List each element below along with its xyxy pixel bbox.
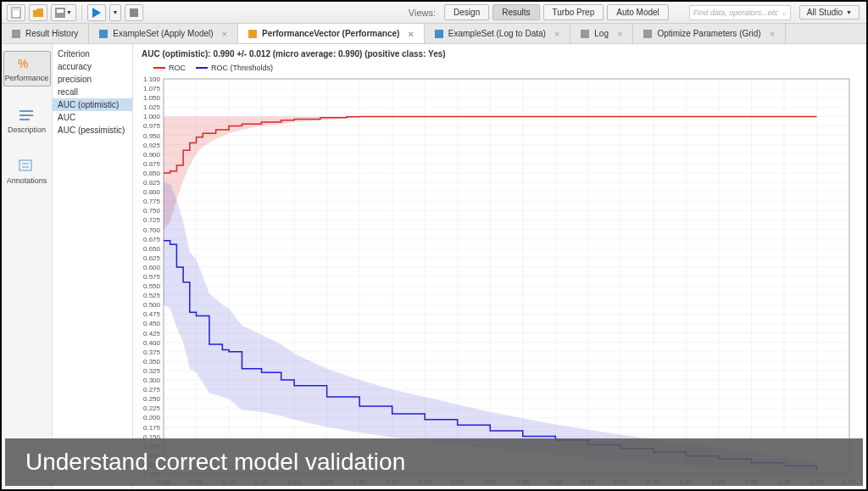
svg-text:0.750: 0.750 xyxy=(143,207,161,215)
sidebar-item-annotations[interactable]: Annotations xyxy=(3,154,51,188)
criterion-item[interactable]: accuracy xyxy=(53,60,132,73)
svg-text:0.650: 0.650 xyxy=(143,245,161,253)
dropdown-label: All Studio xyxy=(807,8,843,17)
svg-text:1.100: 1.100 xyxy=(143,75,161,83)
svg-text:0.900: 0.900 xyxy=(143,151,161,159)
tab-label: ExampleSet (Log to Data) xyxy=(448,29,546,38)
run-button[interactable] xyxy=(87,4,106,21)
chart-legend: ROCROC (Thresholds) xyxy=(133,64,866,75)
criterion-item[interactable]: AUC (pessimistic) xyxy=(53,124,132,137)
tab-label: PerformanceVector (Performance) xyxy=(262,29,399,38)
toolbar-separator xyxy=(81,5,82,20)
tab-2[interactable]: PerformanceVector (Performance)× xyxy=(238,24,425,43)
svg-text:%: % xyxy=(18,57,29,70)
svg-text:0.725: 0.725 xyxy=(143,216,161,224)
tab-icon xyxy=(12,30,20,38)
save-button[interactable]: ▼ xyxy=(51,4,76,21)
view-turbo-prep[interactable]: Turbo Prep xyxy=(543,4,604,20)
lines-icon xyxy=(17,107,37,124)
svg-text:0.375: 0.375 xyxy=(143,349,161,356)
close-icon[interactable]: × xyxy=(222,29,227,39)
svg-text:0.325: 0.325 xyxy=(143,367,161,375)
svg-text:0.550: 0.550 xyxy=(143,282,161,290)
svg-text:0.350: 0.350 xyxy=(143,358,161,365)
svg-text:1.025: 1.025 xyxy=(143,103,161,111)
new-doc-button[interactable] xyxy=(7,4,25,21)
criterion-item[interactable]: AUC xyxy=(53,111,132,124)
svg-text:0.575: 0.575 xyxy=(143,273,161,281)
view-design[interactable]: Design xyxy=(444,4,489,20)
chart-svg: 0.0500.0750.1000.1250.1500.1750.2000.225… xyxy=(133,75,858,489)
svg-text:0.775: 0.775 xyxy=(143,198,161,205)
chart-title: AUC (optimistic): 0.990 +/- 0.012 (micro… xyxy=(133,44,866,64)
sidebar-label: Description xyxy=(8,126,46,134)
svg-text:0.300: 0.300 xyxy=(143,377,161,384)
view-auto-model[interactable]: Auto Model xyxy=(607,4,669,20)
svg-text:1.050: 1.050 xyxy=(143,94,161,102)
caption-overlay: Understand correct model validation xyxy=(5,438,863,486)
legend-label: ROC xyxy=(169,64,186,72)
caption-text: Understand correct model validation xyxy=(25,449,405,476)
annot-icon xyxy=(17,158,37,175)
svg-text:0.875: 0.875 xyxy=(143,160,161,168)
open-folder-button[interactable] xyxy=(29,4,47,21)
tab-4[interactable]: Log× xyxy=(570,24,633,43)
percent-icon: % xyxy=(17,55,37,72)
sidebar-item-performance[interactable]: %Performance xyxy=(3,51,51,86)
svg-text:0.400: 0.400 xyxy=(143,339,161,347)
svg-text:0.975: 0.975 xyxy=(143,122,161,130)
svg-text:0.525: 0.525 xyxy=(143,292,161,299)
search-icon: ⌕ xyxy=(782,8,787,17)
view-results[interactable]: Results xyxy=(492,4,539,20)
studio-dropdown[interactable]: All Studio ▼ xyxy=(799,5,860,20)
tab-label: Log xyxy=(594,29,609,38)
close-icon[interactable]: × xyxy=(408,29,413,39)
run-dropdown[interactable]: ▼ xyxy=(109,4,121,21)
criterion-item[interactable]: precision xyxy=(53,73,132,86)
close-icon[interactable]: × xyxy=(617,29,622,39)
svg-text:0.950: 0.950 xyxy=(143,132,161,140)
tab-1[interactable]: ExampleSet (Apply Model)× xyxy=(89,24,238,43)
tab-icon xyxy=(99,30,108,38)
tab-icon xyxy=(248,30,257,38)
tab-label: Optimize Parameters (Grid) xyxy=(657,29,760,38)
sidebar-label: Annotations xyxy=(7,176,47,185)
svg-text:0.625: 0.625 xyxy=(143,254,161,262)
svg-text:0.800: 0.800 xyxy=(143,188,161,196)
svg-text:0.825: 0.825 xyxy=(143,179,161,187)
svg-text:0.250: 0.250 xyxy=(143,395,161,403)
search-input[interactable]: Find data, operators...etc ⌕ xyxy=(689,5,791,20)
svg-text:0.475: 0.475 xyxy=(143,310,161,318)
svg-text:0.275: 0.275 xyxy=(143,386,161,393)
tab-3[interactable]: ExampleSet (Log to Data)× xyxy=(425,24,571,43)
svg-text:0.700: 0.700 xyxy=(143,226,161,234)
svg-text:0.600: 0.600 xyxy=(143,264,161,271)
tab-icon xyxy=(643,30,652,38)
chart-area: AUC (optimistic): 0.990 +/- 0.012 (micro… xyxy=(133,44,866,489)
svg-text:1.075: 1.075 xyxy=(143,85,161,92)
svg-text:0.425: 0.425 xyxy=(143,330,161,338)
sidebar-item-description[interactable]: Description xyxy=(3,103,51,137)
tab-label: ExampleSet (Apply Model) xyxy=(113,29,213,38)
tab-0[interactable]: Result History xyxy=(2,24,89,43)
svg-text:0.450: 0.450 xyxy=(143,320,161,327)
svg-text:0.175: 0.175 xyxy=(143,424,161,432)
sidebar-label: Performance xyxy=(5,74,49,82)
criterion-item[interactable]: recall xyxy=(53,86,132,98)
legend-label: ROC (Thresholds) xyxy=(211,64,273,72)
svg-text:0.225: 0.225 xyxy=(143,405,161,412)
views-label: Views: xyxy=(409,8,436,18)
tab-5[interactable]: Optimize Parameters (Grid)× xyxy=(633,24,786,43)
svg-rect-1 xyxy=(12,8,20,10)
stop-button[interactable] xyxy=(125,4,143,21)
svg-rect-4 xyxy=(130,8,138,17)
svg-text:0.500: 0.500 xyxy=(143,301,161,309)
close-icon[interactable]: × xyxy=(554,29,559,39)
chevron-down-icon: ▼ xyxy=(846,9,852,15)
svg-rect-3 xyxy=(57,9,64,13)
criterion-item[interactable]: AUC (optimistic) xyxy=(53,98,132,111)
tab-icon xyxy=(581,30,589,38)
svg-text:1.000: 1.000 xyxy=(143,113,161,120)
svg-text:0.200: 0.200 xyxy=(143,414,161,421)
close-icon[interactable]: × xyxy=(770,29,775,39)
